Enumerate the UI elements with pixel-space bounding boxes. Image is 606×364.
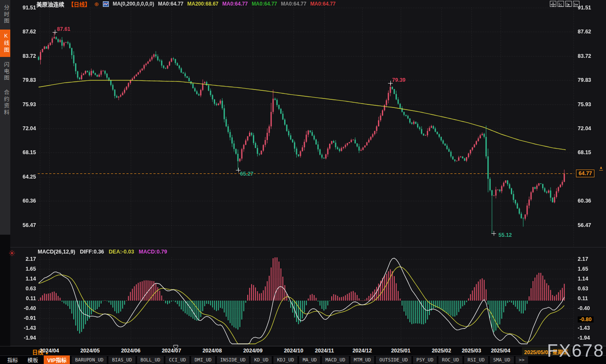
time-axis-label: 2024/11 xyxy=(315,348,334,354)
time-axis-label: 2024/06 xyxy=(121,348,140,354)
toolbar-button-3[interactable]: BARUPDN_UD xyxy=(72,356,107,364)
macd-axis-label: -0.40 xyxy=(578,305,604,312)
pan-icon[interactable] xyxy=(550,1,556,7)
time-axis-label: 2024/08 xyxy=(202,348,222,354)
zoom-out-axis-icon[interactable] xyxy=(565,1,572,7)
ma-value: MA0:64.77 xyxy=(158,1,183,7)
macd-axis-label: 1.14 xyxy=(10,275,36,282)
toolbar-button-0[interactable]: 指标 xyxy=(3,355,22,364)
toolbar-button-1[interactable]: 模板 xyxy=(24,355,42,364)
time-axis-label: 2024/10 xyxy=(284,348,303,354)
macd-axis-label: 1.65 xyxy=(10,266,36,272)
ma-values: MA0:64.77MA200:68.67MA0:64.77MA0:64.77MA… xyxy=(158,1,340,7)
toolbar-button-16[interactable]: ROC_UD xyxy=(438,356,462,364)
macd-current-value-tag: -0.80 xyxy=(578,316,594,322)
ma-value: MA0:64.77 xyxy=(310,1,336,7)
price-axis-label: 56.47 xyxy=(578,222,604,229)
time-axis-label: 2024/09 xyxy=(243,348,262,354)
price-axis-label: 75.93 xyxy=(10,101,36,108)
chart-header: 美原油连续 【日线】 ⊕ MA(0,200,0,0,0,0) MA0:64.77… xyxy=(36,0,339,7)
toolbar-button-17[interactable]: RSI_UD xyxy=(464,356,488,364)
macd-axis-label: 0.63 xyxy=(578,285,604,292)
toolbar-button-11[interactable]: MA_UD xyxy=(299,356,320,364)
macd-macd-value: MACD:0.79 xyxy=(139,249,167,255)
period-tag[interactable]: 【日线】 xyxy=(68,0,90,8)
sidebar-tab-lightning-chart[interactable]: 闪电图 xyxy=(0,58,10,85)
ma-value: MA0:64.77 xyxy=(222,1,248,7)
macd-axis-label: -1.43 xyxy=(578,325,604,331)
toolbar-button-15[interactable]: PSY_UD xyxy=(413,356,437,364)
macd-title: MACD(26,12,9) xyxy=(38,249,75,255)
price-axis-label: 64.25 xyxy=(10,173,36,180)
macd-axis-label: -1.43 xyxy=(10,325,36,331)
ma-value: MA200:68.67 xyxy=(187,1,219,7)
window-controls xyxy=(550,1,579,7)
sidebar-tab-contract-info[interactable]: 合约资料 xyxy=(0,86,10,119)
time-axis-label: 2025/03 xyxy=(462,348,481,354)
toolbar-button-8[interactable]: INSIDE_UD xyxy=(217,356,249,364)
price-axis-label: 79.83 xyxy=(10,77,36,84)
price-axis-label: 83.72 xyxy=(10,53,36,60)
symbol-title: 美原油连续 xyxy=(36,0,64,8)
macd-header: MACD(26,12,9) DIFF:0.36 DEA:-0.03 MACD:0… xyxy=(38,249,167,255)
price-axis-label: 72.04 xyxy=(10,125,36,132)
macd-diff-value: DIFF:0.36 xyxy=(80,249,104,255)
trading-app-window: 分时图 K线图 闪电图 合约资料 美原油连续 【日线】 ⊕ MA(0,200,0… xyxy=(0,0,606,364)
toolbar-button-5[interactable]: BOLL_UD xyxy=(137,356,164,364)
toolbar-button-2[interactable]: VIP指标 xyxy=(44,355,70,364)
price-axis-label: 91.51 xyxy=(10,4,36,11)
macd-axis-label: 0.11 xyxy=(10,295,36,302)
macd-axis-label: -1.94 xyxy=(10,334,36,341)
toolbar-button-19[interactable]: >> xyxy=(516,356,528,364)
price-axis-label: 87.62 xyxy=(10,28,36,35)
price-axis-label: 87.62 xyxy=(578,28,604,35)
time-axis-label: 2024/12 xyxy=(352,348,372,354)
time-axis-label: 2025/04 xyxy=(491,348,510,354)
toolbar-button-18[interactable]: SMA_UD xyxy=(490,356,514,364)
toolbar-button-6[interactable]: CCI_UD xyxy=(165,356,189,364)
price-axis-label: 75.93 xyxy=(578,101,604,108)
panel-divider[interactable] xyxy=(10,247,606,248)
price-axis-label: 83.72 xyxy=(578,53,604,60)
price-axis-label: 79.83 xyxy=(578,77,604,84)
price-axis-label: 68.15 xyxy=(578,149,604,156)
price-annotation: 65.27 xyxy=(240,171,253,177)
time-axis: 日线 ▲ 2025/05/02 星期五 2024/042024/052024/0… xyxy=(0,346,606,356)
price-axis-label: 91.51 xyxy=(578,4,604,11)
toolbar-button-4[interactable]: BIAS_UD xyxy=(108,356,135,364)
chart-canvas[interactable] xyxy=(0,0,606,364)
toolbar-button-7[interactable]: DMI_UD xyxy=(191,356,215,364)
toolbar-button-13[interactable]: MTM_UD xyxy=(351,356,375,364)
price-annotation: 55.12 xyxy=(498,232,512,238)
toolbar-button-9[interactable]: KD_UD xyxy=(251,356,272,364)
toolbar-button-12[interactable]: MACD_UD xyxy=(322,356,348,364)
time-axis-label: 2024/04 xyxy=(39,348,59,354)
ma-formula-label: MA(0,200,0,0,0,0) xyxy=(113,1,154,7)
toolbar-button-10[interactable]: KDJ_UD xyxy=(273,356,297,364)
sidebar-tab-time-chart[interactable]: 分时图 xyxy=(0,1,10,28)
price-axis-label: 60.36 xyxy=(10,197,36,204)
macd-axis-label: 0.11 xyxy=(578,295,604,302)
alert-star-icon[interactable] xyxy=(9,250,15,258)
zoom-in-axis-icon[interactable] xyxy=(558,1,564,7)
indicator-toolbar: 指标模板VIP指标BARUPDN_UDBIAS_UDBOLL_UDCCI_UDD… xyxy=(0,355,606,364)
time-axis-label: 2025/01 xyxy=(391,348,410,354)
price-axis-label: 60.36 xyxy=(578,197,604,204)
ma-value: MA0:64.77 xyxy=(252,1,277,7)
macd-axis-label: 1.14 xyxy=(578,275,604,282)
add-indicator-icon[interactable]: ⊕ xyxy=(94,1,99,7)
macd-axis-label: 1.65 xyxy=(578,266,604,272)
sidebar-tab-kline-chart[interactable]: K线图 xyxy=(0,30,10,57)
price-axis-label: 72.04 xyxy=(578,125,604,132)
last-price-tag: 64.77 xyxy=(576,170,594,177)
price-axis-label: 56.47 xyxy=(10,222,36,229)
toolbar-button-14[interactable]: OUTSIDE_UD xyxy=(376,356,411,364)
macd-axis-label: -0.91 xyxy=(10,315,36,322)
macd-axis-label: -0.40 xyxy=(10,305,36,312)
mini-chart-icon[interactable] xyxy=(103,1,109,7)
timeline-marker[interactable] xyxy=(173,345,178,349)
shift-right-icon[interactable] xyxy=(573,1,579,7)
macd-axis-label: 2.17 xyxy=(578,256,604,263)
sidebar: 分时图 K线图 闪电图 合约资料 xyxy=(0,0,10,235)
price-annotation: 79.39 xyxy=(392,77,405,83)
